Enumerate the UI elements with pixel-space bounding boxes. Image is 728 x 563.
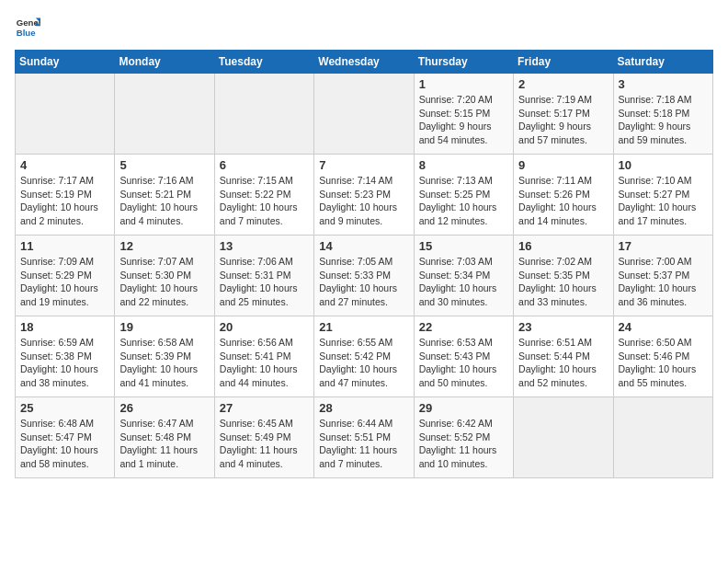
svg-text:Blue: Blue — [17, 28, 36, 38]
calendar-cell: 29Sunrise: 6:42 AM Sunset: 5:52 PM Dayli… — [414, 397, 513, 478]
logo: General Blue — [15, 15, 40, 40]
day-info: Sunrise: 7:16 AM Sunset: 5:21 PM Dayligh… — [119, 174, 209, 228]
calendar-cell: 21Sunrise: 6:55 AM Sunset: 5:42 PM Dayli… — [314, 316, 414, 397]
day-info: Sunrise: 6:55 AM Sunset: 5:42 PM Dayligh… — [319, 336, 408, 390]
calendar-cell: 8Sunrise: 7:13 AM Sunset: 5:25 PM Daylig… — [414, 155, 513, 236]
day-number: 28 — [319, 401, 408, 415]
day-number: 25 — [20, 401, 109, 415]
day-number: 23 — [518, 320, 608, 334]
week-row-1: 1Sunrise: 7:20 AM Sunset: 5:15 PM Daylig… — [16, 74, 713, 155]
day-info: Sunrise: 7:17 AM Sunset: 5:19 PM Dayligh… — [20, 174, 109, 228]
day-number: 3 — [619, 77, 708, 91]
calendar-cell: 13Sunrise: 7:06 AM Sunset: 5:31 PM Dayli… — [214, 236, 313, 316]
day-info: Sunrise: 7:06 AM Sunset: 5:31 PM Dayligh… — [220, 255, 309, 309]
day-info: Sunrise: 6:59 AM Sunset: 5:38 PM Dayligh… — [20, 336, 109, 390]
calendar-cell: 11Sunrise: 7:09 AM Sunset: 5:29 PM Dayli… — [16, 236, 115, 316]
calendar-cell: 27Sunrise: 6:45 AM Sunset: 5:49 PM Dayli… — [214, 397, 313, 478]
day-info: Sunrise: 6:50 AM Sunset: 5:46 PM Dayligh… — [619, 336, 708, 390]
day-info: Sunrise: 6:58 AM Sunset: 5:39 PM Dayligh… — [119, 336, 209, 390]
day-info: Sunrise: 6:51 AM Sunset: 5:44 PM Dayligh… — [518, 336, 608, 390]
calendar-cell — [115, 74, 214, 155]
calendar-cell: 22Sunrise: 6:53 AM Sunset: 5:43 PM Dayli… — [414, 316, 513, 397]
day-number: 27 — [220, 401, 309, 415]
day-number: 8 — [419, 158, 508, 172]
day-info: Sunrise: 7:19 AM Sunset: 5:17 PM Dayligh… — [518, 93, 608, 147]
weekday-header-sunday: Sunday — [16, 51, 115, 74]
calendar-cell — [214, 74, 313, 155]
logo-icon: General Blue — [15, 15, 40, 40]
calendar-cell: 25Sunrise: 6:48 AM Sunset: 5:47 PM Dayli… — [16, 397, 115, 478]
day-number: 6 — [220, 158, 309, 172]
weekday-header-tuesday: Tuesday — [214, 51, 313, 74]
day-number: 17 — [619, 239, 708, 253]
calendar-cell: 19Sunrise: 6:58 AM Sunset: 5:39 PM Dayli… — [115, 316, 214, 397]
day-info: Sunrise: 6:53 AM Sunset: 5:43 PM Dayligh… — [419, 336, 508, 390]
day-info: Sunrise: 7:20 AM Sunset: 5:15 PM Dayligh… — [419, 93, 508, 147]
day-number: 2 — [518, 77, 608, 91]
day-number: 7 — [319, 158, 408, 172]
calendar-cell: 15Sunrise: 7:03 AM Sunset: 5:34 PM Dayli… — [414, 236, 513, 316]
day-number: 13 — [220, 239, 309, 253]
day-info: Sunrise: 7:11 AM Sunset: 5:26 PM Dayligh… — [518, 174, 608, 228]
calendar-cell: 14Sunrise: 7:05 AM Sunset: 5:33 PM Dayli… — [314, 236, 414, 316]
calendar-cell: 3Sunrise: 7:18 AM Sunset: 5:18 PM Daylig… — [613, 74, 712, 155]
day-number: 5 — [119, 158, 209, 172]
day-info: Sunrise: 6:44 AM Sunset: 5:51 PM Dayligh… — [319, 417, 408, 471]
day-number: 21 — [319, 320, 408, 334]
day-number: 14 — [319, 239, 408, 253]
day-info: Sunrise: 7:18 AM Sunset: 5:18 PM Dayligh… — [619, 93, 708, 147]
calendar-cell: 16Sunrise: 7:02 AM Sunset: 5:35 PM Dayli… — [514, 236, 613, 316]
day-info: Sunrise: 7:15 AM Sunset: 5:22 PM Dayligh… — [220, 174, 309, 228]
day-info: Sunrise: 7:09 AM Sunset: 5:29 PM Dayligh… — [20, 255, 109, 309]
day-number: 4 — [20, 158, 109, 172]
day-info: Sunrise: 6:47 AM Sunset: 5:48 PM Dayligh… — [119, 417, 209, 471]
day-info: Sunrise: 7:10 AM Sunset: 5:27 PM Dayligh… — [619, 174, 708, 228]
day-number: 26 — [119, 401, 209, 415]
calendar-cell: 4Sunrise: 7:17 AM Sunset: 5:19 PM Daylig… — [16, 155, 115, 236]
day-number: 11 — [20, 239, 109, 253]
day-number: 22 — [419, 320, 508, 334]
calendar-cell: 23Sunrise: 6:51 AM Sunset: 5:44 PM Dayli… — [514, 316, 613, 397]
day-number: 12 — [119, 239, 209, 253]
day-info: Sunrise: 7:14 AM Sunset: 5:23 PM Dayligh… — [319, 174, 408, 228]
calendar-cell: 28Sunrise: 6:44 AM Sunset: 5:51 PM Dayli… — [314, 397, 414, 478]
weekday-header-saturday: Saturday — [613, 51, 712, 74]
calendar-cell: 17Sunrise: 7:00 AM Sunset: 5:37 PM Dayli… — [613, 236, 712, 316]
day-number: 18 — [20, 320, 109, 334]
day-info: Sunrise: 6:45 AM Sunset: 5:49 PM Dayligh… — [220, 417, 309, 471]
calendar-cell: 20Sunrise: 6:56 AM Sunset: 5:41 PM Dayli… — [214, 316, 313, 397]
day-info: Sunrise: 7:02 AM Sunset: 5:35 PM Dayligh… — [518, 255, 608, 309]
day-info: Sunrise: 6:42 AM Sunset: 5:52 PM Dayligh… — [419, 417, 508, 471]
calendar-cell: 1Sunrise: 7:20 AM Sunset: 5:15 PM Daylig… — [414, 74, 513, 155]
day-number: 9 — [518, 158, 608, 172]
week-row-2: 4Sunrise: 7:17 AM Sunset: 5:19 PM Daylig… — [16, 155, 713, 236]
weekday-header-monday: Monday — [115, 51, 214, 74]
calendar-cell: 18Sunrise: 6:59 AM Sunset: 5:38 PM Dayli… — [16, 316, 115, 397]
calendar-cell: 26Sunrise: 6:47 AM Sunset: 5:48 PM Dayli… — [115, 397, 214, 478]
page-header: General Blue — [15, 15, 713, 40]
day-number: 29 — [419, 401, 508, 415]
weekday-header-friday: Friday — [514, 51, 613, 74]
calendar-cell: 7Sunrise: 7:14 AM Sunset: 5:23 PM Daylig… — [314, 155, 414, 236]
week-row-4: 18Sunrise: 6:59 AM Sunset: 5:38 PM Dayli… — [16, 316, 713, 397]
day-number: 16 — [518, 239, 608, 253]
calendar-cell — [514, 397, 613, 478]
day-info: Sunrise: 7:13 AM Sunset: 5:25 PM Dayligh… — [419, 174, 508, 228]
week-row-3: 11Sunrise: 7:09 AM Sunset: 5:29 PM Dayli… — [16, 236, 713, 316]
calendar-cell: 6Sunrise: 7:15 AM Sunset: 5:22 PM Daylig… — [214, 155, 313, 236]
calendar-cell — [16, 74, 115, 155]
day-number: 20 — [220, 320, 309, 334]
weekday-header-row: SundayMondayTuesdayWednesdayThursdayFrid… — [16, 51, 713, 74]
calendar-table: SundayMondayTuesdayWednesdayThursdayFrid… — [15, 50, 713, 478]
day-number: 19 — [119, 320, 209, 334]
calendar-cell — [314, 74, 414, 155]
calendar-cell: 5Sunrise: 7:16 AM Sunset: 5:21 PM Daylig… — [115, 155, 214, 236]
calendar-cell: 24Sunrise: 6:50 AM Sunset: 5:46 PM Dayli… — [613, 316, 712, 397]
day-number: 10 — [619, 158, 708, 172]
calendar-cell: 12Sunrise: 7:07 AM Sunset: 5:30 PM Dayli… — [115, 236, 214, 316]
week-row-5: 25Sunrise: 6:48 AM Sunset: 5:47 PM Dayli… — [16, 397, 713, 478]
calendar-cell — [613, 397, 712, 478]
weekday-header-wednesday: Wednesday — [314, 51, 414, 74]
day-info: Sunrise: 7:03 AM Sunset: 5:34 PM Dayligh… — [419, 255, 508, 309]
calendar-cell: 9Sunrise: 7:11 AM Sunset: 5:26 PM Daylig… — [514, 155, 613, 236]
